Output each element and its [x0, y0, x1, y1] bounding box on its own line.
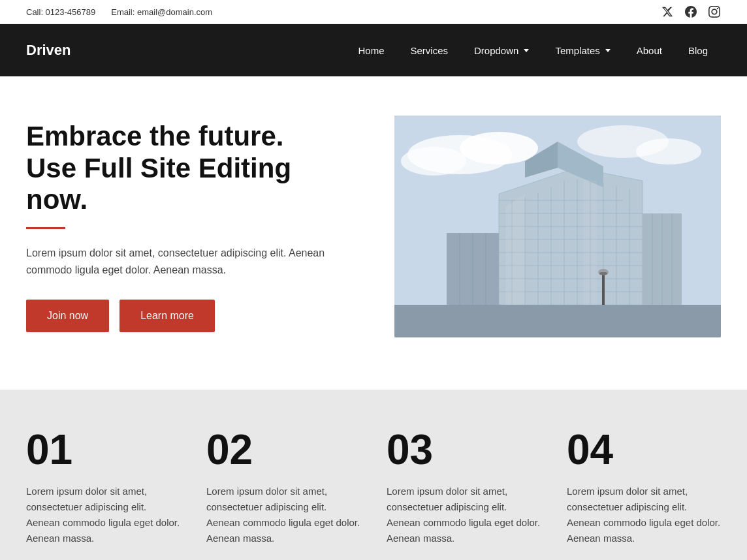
chevron-down-icon: [524, 49, 529, 52]
social-links: [661, 5, 721, 18]
hero-buttons: Join now Learn more: [26, 300, 355, 332]
site-logo[interactable]: Driven: [26, 42, 71, 59]
hero-image: [394, 116, 721, 337]
phone-number: Call: 0123-456789: [26, 7, 95, 17]
instagram-icon[interactable]: [708, 5, 721, 18]
nav-services[interactable]: Services: [397, 24, 461, 76]
main-nav: Home Services Dropdown Templates About B…: [345, 24, 721, 76]
svg-point-2: [460, 132, 538, 164]
svg-rect-33: [602, 272, 605, 305]
stat-number-3: 03: [387, 429, 541, 471]
stat-text-2: Lorem ipsum dolor sit amet, consectetuer…: [206, 484, 360, 546]
stats-grid: 01 Lorem ipsum dolor sit amet, consectet…: [26, 429, 721, 546]
chevron-down-icon: [605, 49, 611, 52]
stat-item-3: 03 Lorem ipsum dolor sit amet, consectet…: [387, 429, 541, 546]
hero-title: Embrace the future. Use Full Site Editin…: [26, 121, 355, 215]
contact-info: Call: 0123-456789 Email: email@domain.co…: [26, 7, 212, 17]
stat-item-4: 04 Lorem ipsum dolor sit amet, consectet…: [567, 429, 721, 546]
svg-marker-41: [584, 179, 597, 305]
nav-blog[interactable]: Blog: [675, 24, 721, 76]
hero-section: Embrace the future. Use Full Site Editin…: [0, 76, 747, 390]
nav-about[interactable]: About: [624, 24, 675, 76]
facebook-icon[interactable]: [684, 5, 697, 18]
svg-point-5: [636, 138, 701, 164]
top-bar: Call: 0123-456789 Email: email@domain.co…: [0, 0, 747, 24]
stat-text-3: Lorem ipsum dolor sit amet, consectetuer…: [387, 484, 541, 546]
building-image: [394, 116, 721, 337]
nav-dropdown[interactable]: Dropdown: [461, 24, 542, 76]
stat-number-2: 02: [206, 429, 360, 471]
hero-body-text: Lorem ipsum dolor sit amet, consectetuer…: [26, 245, 326, 278]
learn-more-button[interactable]: Learn more: [119, 300, 215, 332]
stat-number-4: 04: [567, 429, 721, 471]
svg-point-35: [598, 269, 609, 275]
stat-item-1: 01 Lorem ipsum dolor sit amet, consectet…: [26, 429, 180, 546]
svg-point-3: [401, 147, 466, 176]
stat-number-1: 01: [26, 429, 180, 471]
twitter-icon[interactable]: [661, 5, 674, 18]
svg-rect-6: [394, 305, 721, 337]
stat-text-1: Lorem ipsum dolor sit amet, consectetuer…: [26, 484, 180, 546]
stats-section: 01 Lorem ipsum dolor sit amet, consectet…: [0, 390, 747, 560]
stat-text-4: Lorem ipsum dolor sit amet, consectetuer…: [567, 484, 721, 546]
nav-templates[interactable]: Templates: [542, 24, 623, 76]
main-header: Driven Home Services Dropdown Templates …: [0, 24, 747, 76]
hero-content: Embrace the future. Use Full Site Editin…: [26, 121, 355, 332]
hero-divider: [26, 227, 65, 229]
svg-marker-40: [505, 194, 525, 305]
stat-item-2: 02 Lorem ipsum dolor sit amet, consectet…: [206, 429, 360, 546]
nav-home[interactable]: Home: [345, 24, 397, 76]
email-address: Email: email@domain.com: [111, 7, 212, 17]
join-now-button[interactable]: Join now: [26, 300, 109, 332]
